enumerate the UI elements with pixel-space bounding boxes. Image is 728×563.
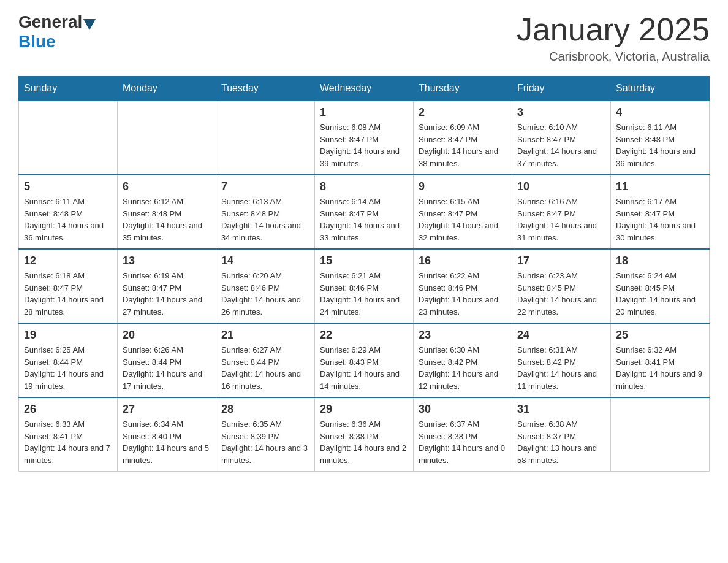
table-row: 26Sunrise: 6:33 AM Sunset: 8:41 PM Dayli… [19,397,118,472]
day-info: Sunrise: 6:36 AM Sunset: 8:38 PM Dayligh… [320,418,408,466]
day-info: Sunrise: 6:14 AM Sunset: 8:47 PM Dayligh… [320,196,408,243]
day-number: 1 [320,106,408,119]
day-info: Sunrise: 6:34 AM Sunset: 8:40 PM Dayligh… [123,418,211,466]
calendar-week-row: 19Sunrise: 6:25 AM Sunset: 8:44 PM Dayli… [19,323,710,397]
day-info: Sunrise: 6:31 AM Sunset: 8:42 PM Dayligh… [517,344,605,392]
day-number: 26 [24,403,112,416]
table-row [216,101,315,175]
table-row [118,101,216,175]
day-number: 15 [320,255,408,267]
header-wednesday: Wednesday [315,77,414,101]
header-tuesday: Tuesday [216,77,315,101]
title-section: January 2025 Carisbrook, Victoria, Austr… [517,12,710,64]
header-friday: Friday [512,77,611,101]
header-saturday: Saturday [611,77,710,101]
day-info: Sunrise: 6:32 AM Sunset: 8:41 PM Dayligh… [616,344,704,392]
calendar-title: January 2025 [517,12,710,47]
day-number: 20 [123,329,211,342]
logo-triangle-icon [83,19,96,30]
table-row: 30Sunrise: 6:37 AM Sunset: 8:38 PM Dayli… [414,397,512,472]
table-row: 2Sunrise: 6:09 AM Sunset: 8:47 PM Daylig… [414,101,512,175]
day-info: Sunrise: 6:35 AM Sunset: 8:39 PM Dayligh… [221,418,309,466]
header-thursday: Thursday [414,77,512,101]
day-number: 19 [24,329,112,342]
logo-blue-text: Blue [18,32,56,52]
day-number: 7 [221,180,309,193]
table-row: 6Sunrise: 6:12 AM Sunset: 8:48 PM Daylig… [118,175,216,249]
day-info: Sunrise: 6:13 AM Sunset: 8:48 PM Dayligh… [221,196,309,243]
table-row: 16Sunrise: 6:22 AM Sunset: 8:46 PM Dayli… [414,249,512,323]
table-row: 17Sunrise: 6:23 AM Sunset: 8:45 PM Dayli… [512,249,611,323]
table-row: 13Sunrise: 6:19 AM Sunset: 8:47 PM Dayli… [118,249,216,323]
table-row: 22Sunrise: 6:29 AM Sunset: 8:43 PM Dayli… [315,323,414,397]
day-info: Sunrise: 6:12 AM Sunset: 8:48 PM Dayligh… [123,196,211,243]
day-number: 28 [221,403,309,416]
day-info: Sunrise: 6:18 AM Sunset: 8:47 PM Dayligh… [24,270,112,318]
day-number: 31 [517,403,605,416]
table-row: 4Sunrise: 6:11 AM Sunset: 8:48 PM Daylig… [611,101,710,175]
logo-general-text: General [18,12,82,32]
day-info: Sunrise: 6:25 AM Sunset: 8:44 PM Dayligh… [24,344,112,392]
day-info: Sunrise: 6:22 AM Sunset: 8:46 PM Dayligh… [419,270,507,318]
day-number: 17 [517,255,605,267]
table-row: 15Sunrise: 6:21 AM Sunset: 8:46 PM Dayli… [315,249,414,323]
page-header: General Blue January 2025 Carisbrook, Vi… [18,12,710,64]
table-row: 19Sunrise: 6:25 AM Sunset: 8:44 PM Dayli… [19,323,118,397]
day-info: Sunrise: 6:10 AM Sunset: 8:47 PM Dayligh… [517,121,605,169]
table-row: 7Sunrise: 6:13 AM Sunset: 8:48 PM Daylig… [216,175,315,249]
table-row: 27Sunrise: 6:34 AM Sunset: 8:40 PM Dayli… [118,397,216,472]
day-number: 21 [221,329,309,342]
day-number: 22 [320,329,408,342]
day-info: Sunrise: 6:27 AM Sunset: 8:44 PM Dayligh… [221,344,309,392]
table-row [19,101,118,175]
calendar-subtitle: Carisbrook, Victoria, Australia [517,50,710,64]
table-row: 10Sunrise: 6:16 AM Sunset: 8:47 PM Dayli… [512,175,611,249]
calendar-week-row: 12Sunrise: 6:18 AM Sunset: 8:47 PM Dayli… [19,249,710,323]
day-number: 30 [419,403,507,416]
day-number: 14 [221,255,309,267]
day-info: Sunrise: 6:11 AM Sunset: 8:48 PM Dayligh… [24,196,112,243]
table-row: 5Sunrise: 6:11 AM Sunset: 8:48 PM Daylig… [19,175,118,249]
table-row: 25Sunrise: 6:32 AM Sunset: 8:41 PM Dayli… [611,323,710,397]
day-info: Sunrise: 6:15 AM Sunset: 8:47 PM Dayligh… [419,196,507,243]
table-row: 29Sunrise: 6:36 AM Sunset: 8:38 PM Dayli… [315,397,414,472]
calendar-week-row: 5Sunrise: 6:11 AM Sunset: 8:48 PM Daylig… [19,175,710,249]
table-row: 14Sunrise: 6:20 AM Sunset: 8:46 PM Dayli… [216,249,315,323]
day-number: 12 [24,255,112,267]
day-number: 3 [517,106,605,119]
day-number: 18 [616,255,704,267]
day-number: 13 [123,255,211,267]
table-row: 23Sunrise: 6:30 AM Sunset: 8:42 PM Dayli… [414,323,512,397]
day-info: Sunrise: 6:19 AM Sunset: 8:47 PM Dayligh… [123,270,211,318]
calendar-header-row: Sunday Monday Tuesday Wednesday Thursday… [19,77,710,101]
day-number: 16 [419,255,507,267]
day-info: Sunrise: 6:37 AM Sunset: 8:38 PM Dayligh… [419,418,507,466]
day-number: 11 [616,180,704,193]
day-number: 4 [616,106,704,119]
table-row: 12Sunrise: 6:18 AM Sunset: 8:47 PM Dayli… [19,249,118,323]
day-number: 9 [419,180,507,193]
header-monday: Monday [118,77,216,101]
day-number: 5 [24,180,112,193]
day-info: Sunrise: 6:20 AM Sunset: 8:46 PM Dayligh… [221,270,309,318]
day-info: Sunrise: 6:17 AM Sunset: 8:47 PM Dayligh… [616,196,704,243]
table-row: 3Sunrise: 6:10 AM Sunset: 8:47 PM Daylig… [512,101,611,175]
day-info: Sunrise: 6:08 AM Sunset: 8:47 PM Dayligh… [320,121,408,169]
day-info: Sunrise: 6:09 AM Sunset: 8:47 PM Dayligh… [419,121,507,169]
day-number: 8 [320,180,408,193]
table-row: 24Sunrise: 6:31 AM Sunset: 8:42 PM Dayli… [512,323,611,397]
day-info: Sunrise: 6:21 AM Sunset: 8:46 PM Dayligh… [320,270,408,318]
table-row: 1Sunrise: 6:08 AM Sunset: 8:47 PM Daylig… [315,101,414,175]
logo: General Blue [18,12,97,52]
table-row: 11Sunrise: 6:17 AM Sunset: 8:47 PM Dayli… [611,175,710,249]
calendar-table: Sunday Monday Tuesday Wednesday Thursday… [18,76,710,472]
table-row: 28Sunrise: 6:35 AM Sunset: 8:39 PM Dayli… [216,397,315,472]
day-number: 23 [419,329,507,342]
day-info: Sunrise: 6:29 AM Sunset: 8:43 PM Dayligh… [320,344,408,392]
day-info: Sunrise: 6:24 AM Sunset: 8:45 PM Dayligh… [616,270,704,318]
day-info: Sunrise: 6:30 AM Sunset: 8:42 PM Dayligh… [419,344,507,392]
day-number: 6 [123,180,211,193]
day-info: Sunrise: 6:26 AM Sunset: 8:44 PM Dayligh… [123,344,211,392]
table-row: 21Sunrise: 6:27 AM Sunset: 8:44 PM Dayli… [216,323,315,397]
day-info: Sunrise: 6:11 AM Sunset: 8:48 PM Dayligh… [616,121,704,169]
